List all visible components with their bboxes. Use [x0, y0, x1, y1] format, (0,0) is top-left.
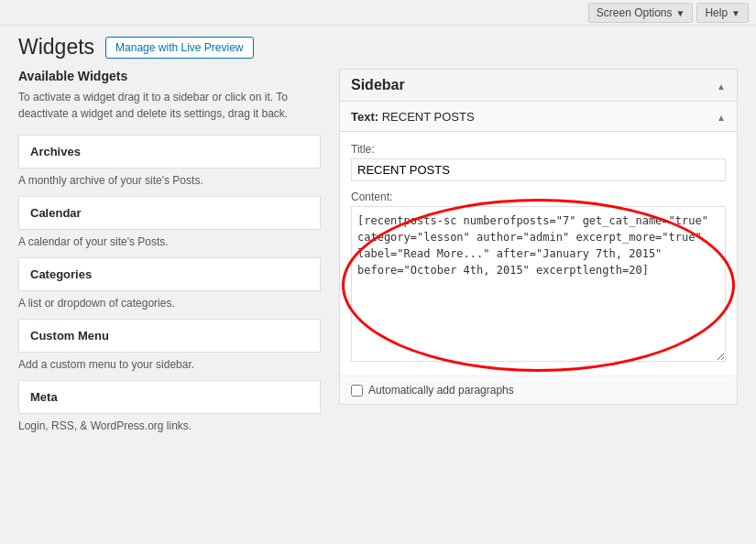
left-panel: Available Widgets To activate a widget d… — [18, 69, 321, 530]
widget-custom-menu-title: Custom Menu — [30, 329, 309, 343]
main-layout: Available Widgets To activate a widget d… — [0, 69, 756, 530]
help-button[interactable]: Help — [696, 3, 749, 23]
widget-archives-desc: A monthly archive of your site's Posts. — [18, 169, 321, 196]
widget-calendar-desc: A calendar of your site's Posts. — [18, 230, 321, 257]
available-widgets-title: Available Widgets — [18, 69, 321, 83]
text-widget-type: Text: — [351, 110, 378, 124]
sidebar-title: Sidebar — [351, 77, 405, 93]
page-title: Widgets — [18, 35, 94, 60]
widget-list: Archives A monthly archive of your site'… — [18, 135, 321, 441]
page-header: Widgets Manage with Live Preview — [0, 26, 756, 69]
widget-calendar-title: Calendar — [30, 206, 309, 220]
sidebar-box: Sidebar Text: RECENT POSTS Title: Conten… — [339, 69, 738, 405]
right-panel: Sidebar Text: RECENT POSTS Title: Conten… — [339, 69, 738, 530]
widget-meta-title: Meta — [30, 390, 309, 404]
text-widget-name: RECENT POSTS — [382, 110, 475, 124]
widget-meta-desc: Login, RSS, & WordPress.org links. — [18, 414, 321, 441]
content-textarea[interactable]: [recentposts-sc numberofposts="7" get_ca… — [351, 206, 726, 362]
screen-options-button[interactable]: Screen Options — [588, 3, 694, 23]
available-widgets-description: To activate a widget drag it to a sideba… — [18, 89, 321, 122]
widget-archives-title: Archives — [30, 145, 309, 158]
widget-item-calendar[interactable]: Calendar — [18, 196, 321, 230]
sidebar-collapse-icon[interactable] — [717, 78, 726, 92]
text-widget-header: Text: RECENT POSTS — [340, 102, 737, 132]
sidebar-header: Sidebar — [340, 70, 737, 102]
auto-paragraphs-checkbox[interactable] — [351, 385, 363, 397]
widget-item-archives[interactable]: Archives — [18, 135, 321, 169]
screen-options-chevron-icon — [676, 6, 685, 19]
top-bar: Screen Options Help — [0, 0, 756, 26]
help-label: Help — [705, 6, 728, 19]
help-chevron-icon — [731, 6, 740, 19]
widget-custom-menu-desc: Add a custom menu to your sidebar. — [18, 353, 321, 380]
auto-paragraphs-label: Automatically add paragraphs — [368, 384, 514, 397]
text-widget-collapse-icon[interactable] — [717, 109, 726, 124]
widget-item-meta[interactable]: Meta — [18, 380, 321, 414]
auto-paragraphs-row: Automatically add paragraphs — [340, 375, 737, 404]
content-label: Content: — [351, 190, 726, 203]
title-input[interactable] — [351, 158, 726, 181]
widget-categories-desc: A list or dropdown of categories. — [18, 291, 321, 319]
content-textarea-wrapper: [recentposts-sc numberofposts="7" get_ca… — [351, 206, 726, 364]
title-label: Title: — [351, 143, 726, 156]
text-widget-label: Text: RECENT POSTS — [351, 110, 475, 124]
live-preview-button[interactable]: Manage with Live Preview — [105, 37, 253, 59]
widget-item-categories[interactable]: Categories — [18, 257, 321, 291]
widget-item-custom-menu[interactable]: Custom Menu — [18, 319, 321, 353]
widget-form: Title: Content: [recentposts-sc numberof… — [340, 132, 737, 375]
screen-options-label: Screen Options — [597, 6, 673, 19]
widget-categories-title: Categories — [30, 267, 309, 281]
